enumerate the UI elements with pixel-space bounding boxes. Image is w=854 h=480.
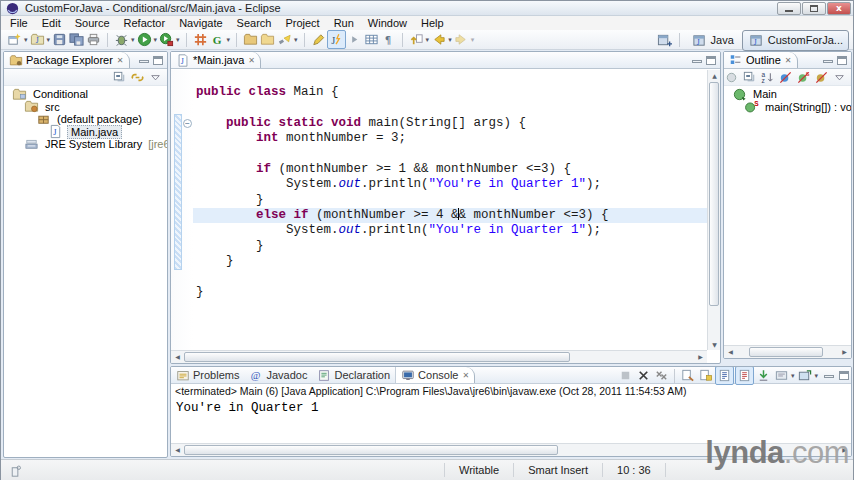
scroll-lock-button[interactable] [697,367,714,384]
maximize-view-icon[interactable] [839,371,849,380]
folder-open-button[interactable] [242,31,259,48]
scroll-up-icon[interactable]: ▲ [708,70,721,81]
remove-all-button[interactable] [653,367,670,384]
close-icon[interactable]: ✕ [247,56,255,65]
java-perspective-button[interactable]: J Java [686,31,739,50]
code-line[interactable] [193,269,707,284]
menu-run[interactable]: Run [327,17,361,29]
code-line[interactable]: if (monthNumber >= 1 && monthNumber <=3)… [193,162,707,177]
code-line[interactable]: } [193,254,707,269]
close-button[interactable]: x [827,2,851,15]
code-line[interactable]: System.out.println("You're in Quarter 1"… [193,223,707,238]
scroll-left-icon[interactable]: ◀ [171,444,184,455]
maximize-view-icon[interactable] [153,56,163,65]
tree-item-main-string-void[interactable]: Smain(String[]) : void [724,101,851,114]
minimize-view-icon[interactable] [823,60,833,63]
save-button[interactable] [51,31,68,48]
menu-source[interactable]: Source [68,17,117,29]
scroll-left-icon[interactable]: ◀ [724,346,737,357]
code-line[interactable]: } [193,285,707,300]
code-line[interactable]: public class Main { [193,85,707,100]
view-menu-button[interactable] [147,69,164,86]
collapse-all-button[interactable] [741,69,758,86]
code-line[interactable]: } [193,193,707,208]
dropdown-arrow-icon[interactable]: ▾ [293,36,299,44]
stderr-button[interactable] [735,366,754,385]
hide-fields-button[interactable] [777,69,794,86]
new-java-project-button[interactable]: J▾ [29,31,52,48]
terminate-button[interactable] [617,367,634,384]
editor-vertical-scrollbar[interactable]: ▲ ▼ [707,70,720,350]
dropdown-arrow-icon[interactable]: ▾ [790,372,796,380]
menu-file[interactable]: File [3,17,35,29]
menu-window[interactable]: Window [361,17,414,29]
open-console-button[interactable]: ▾ [796,367,819,384]
custom-perspective-button[interactable]: J CustomForJa... [742,30,849,51]
pen-button[interactable] [310,31,327,48]
menu-search[interactable]: Search [230,17,279,29]
close-icon[interactable]: ✕ [784,56,792,65]
menu-project[interactable]: Project [278,17,326,29]
dropdown-arrow-icon[interactable]: ▾ [175,36,181,44]
hide-nonpublic-button[interactable] [813,69,830,86]
pilcrow-button[interactable]: ¶ [380,31,397,48]
minimize-view-icon[interactable] [824,375,834,378]
code-line[interactable]: else if (monthNumber >= 4 && monthNumber… [193,208,707,223]
dropdown-arrow-icon[interactable]: ▾ [813,372,819,380]
code-line[interactable]: System.out.println("You're in Quarter 1"… [193,177,707,192]
menu-navigate[interactable]: Navigate [172,17,229,29]
code-line[interactable]: public static void main(String[] args) { [193,116,707,131]
editor-tab-main-java[interactable]: J *Main.java ✕ [171,52,261,68]
tab-console[interactable]: Console✕ [395,367,475,383]
scrollbar-thumb[interactable] [709,82,719,306]
run-button[interactable]: ▾ [136,31,159,48]
tab-javadoc[interactable]: @Javadoc [244,367,312,383]
debug-button[interactable]: ▾ [113,31,136,48]
forward-button[interactable]: ▾ [453,31,476,48]
link-editor-button[interactable] [129,69,146,86]
minimize-button[interactable] [777,2,801,15]
package-explorer-tab[interactable]: Package Explorer ✕ [4,52,130,68]
outline-horizontal-scrollbar[interactable]: ◀ ▶ [724,345,851,358]
scroll-right-icon[interactable]: ▶ [838,346,851,357]
letter-g-button[interactable]: G▾ [209,31,232,48]
caret-button[interactable] [346,31,363,48]
hide-static-button[interactable]: S [795,69,812,86]
folder-button[interactable] [259,31,276,48]
console-output[interactable]: You're in Quarter 1 [171,398,851,418]
remove-button[interactable] [635,367,652,384]
display-button[interactable]: ▾ [773,367,796,384]
minimize-view-icon[interactable] [692,60,702,63]
tab-declaration[interactable]: Declaration [312,367,395,383]
focus-button[interactable] [723,69,740,86]
view-menu-button[interactable] [831,69,848,86]
search-button[interactable]: ▾ [276,31,299,48]
save-all-button[interactable] [68,31,85,48]
pin-button[interactable] [755,367,772,384]
grid-button[interactable] [192,31,209,48]
restore-button[interactable] [802,2,826,15]
maximize-view-icon[interactable] [706,56,716,65]
clear-button[interactable] [679,367,696,384]
fold-collapse-icon[interactable]: − [183,119,192,128]
tree-item-src[interactable]: src [4,101,167,114]
code-line[interactable]: int monthNumber = 3; [193,131,707,146]
scrollbar-thumb[interactable] [184,352,570,362]
open-perspective-icon[interactable] [656,32,673,49]
java-toggle-button[interactable]: J [327,30,346,49]
scroll-left-icon[interactable]: ◀ [171,351,184,362]
table-button[interactable] [363,31,380,48]
outline-tab[interactable]: Outline ✕ [724,52,798,68]
run-external-button[interactable]: ▾ [158,31,181,48]
tab-problems[interactable]: Problems [171,367,244,383]
collapse-all-button[interactable] [111,69,128,86]
minimize-view-icon[interactable] [139,60,149,63]
menu-help[interactable]: Help [414,17,451,29]
scrollbar-thumb[interactable] [749,347,823,357]
print-button[interactable] [85,31,102,48]
tree-item--default-package-[interactable]: (default package) [4,113,167,126]
close-icon[interactable]: ✕ [116,56,124,65]
code-line[interactable] [193,101,707,116]
edit-location-button[interactable]: ▾ [408,31,431,48]
back-button[interactable]: ▾ [430,31,453,48]
